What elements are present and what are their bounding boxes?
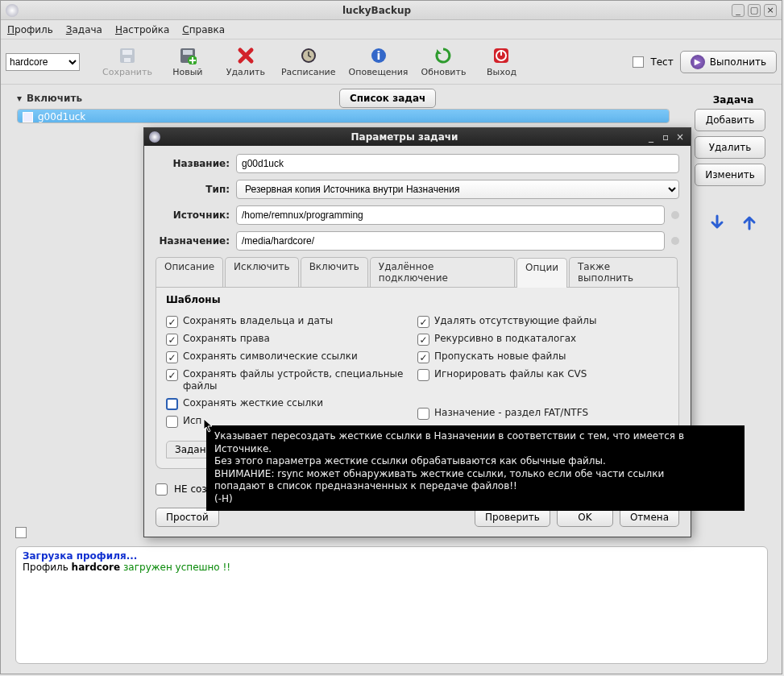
task-list[interactable]: g00d1uck — [17, 109, 670, 123]
maximize-icon[interactable]: ▢ — [748, 4, 761, 17]
delete-button[interactable]: Удалить — [223, 46, 268, 77]
chevron-down-icon: ▾ — [17, 93, 22, 104]
dst-input[interactable] — [236, 231, 665, 251]
test-checkbox[interactable] — [633, 56, 644, 68]
cb-ignore-cvs[interactable] — [417, 369, 429, 381]
cancel-button[interactable]: Отмена — [620, 508, 679, 527]
dialog-maximize-icon[interactable]: ▫ — [660, 131, 671, 143]
app-icon — [6, 4, 19, 17]
close-icon[interactable]: × — [764, 4, 777, 17]
cb-no-subdir[interactable] — [156, 483, 168, 496]
add-task-button[interactable]: Добавить — [695, 109, 765, 131]
refresh-button[interactable]: Обновить — [421, 46, 466, 77]
arrow-up-icon[interactable] — [740, 214, 758, 231]
type-select[interactable]: Резервная копия Источника внутри Назначе… — [236, 180, 679, 199]
schedule-button[interactable]: Расписание — [281, 46, 336, 77]
src-input[interactable] — [236, 205, 665, 225]
alert-icon: i — [369, 46, 388, 65]
svg-rect-12 — [500, 50, 502, 56]
menubar: Профиль Задача Настройка Справка — [1, 20, 782, 39]
menu-help[interactable]: Справка — [182, 24, 225, 35]
dialog-minimize-icon[interactable]: _ — [645, 131, 657, 143]
cb-perms[interactable] — [166, 334, 178, 346]
lbl-fat: Назначение - раздел FAT/NTFS — [434, 407, 588, 419]
lbl-skip-new: Пропускать новые файлы — [434, 350, 566, 363]
side-panel: Задача Добавить Удалить Изменить — [695, 94, 772, 231]
task-name: g00d1uck — [38, 111, 85, 122]
dialog-close-icon[interactable]: × — [674, 131, 686, 143]
minimize-icon[interactable]: _ — [732, 4, 745, 17]
save-button[interactable]: Сохранить — [102, 46, 152, 77]
test-label: Тест — [650, 56, 673, 68]
src-label: Источник: — [156, 209, 230, 221]
tabbar: Описание Исключить Включить Удалённое по… — [156, 257, 679, 288]
new-button[interactable]: Новый — [165, 46, 210, 77]
play-icon: ▶ — [691, 55, 705, 69]
type-label: Тип: — [156, 184, 230, 195]
cb-hardlinks[interactable] — [166, 398, 178, 410]
svg-rect-2 — [124, 58, 131, 62]
task-list-header[interactable]: Список задач — [339, 89, 436, 108]
lbl-owner: Сохранять владельца и даты — [183, 315, 333, 327]
ok-button[interactable]: OK — [557, 508, 613, 527]
toolbar: hardcore Сохранить Новый Удалить Расписа… — [1, 39, 782, 85]
lbl-symlinks: Сохранять символические ссылки — [183, 350, 358, 363]
run-button[interactable]: ▶ Выполнить — [680, 51, 777, 73]
tab-also-run[interactable]: Также выполнить — [569, 257, 678, 287]
cb-del-missing[interactable] — [417, 316, 429, 328]
side-title: Задача — [695, 94, 772, 106]
lbl-use: Исп — [183, 415, 201, 427]
dialog-title: Параметры задачи — [167, 131, 642, 143]
alerts-button[interactable]: i Оповещения — [349, 46, 409, 77]
check-button[interactable]: Проверить — [475, 508, 550, 527]
lbl-devices: Сохранять файлы устройств, специальные ф… — [183, 368, 417, 392]
templates-group-title: Шаблоны — [166, 294, 669, 305]
cb-skip-new[interactable] — [417, 351, 429, 363]
lbl-del-missing: Удалять отсутствующие файлы — [434, 315, 596, 327]
log-loading: Загрузка профиля... — [23, 550, 761, 562]
lbl-recursive: Рекурсивно в подкаталогах — [434, 333, 576, 345]
titlebar: luckyBackup _ ▢ × — [1, 1, 782, 20]
exit-button[interactable]: Выход — [479, 46, 524, 77]
dst-label: Назначение: — [156, 235, 230, 247]
tooltip: Указывает пересоздать жесткие ссылки в Н… — [206, 425, 745, 511]
task-row[interactable]: g00d1uck — [18, 110, 669, 123]
power-icon — [492, 46, 511, 65]
menu-profile[interactable]: Профиль — [7, 24, 53, 35]
lbl-hardlinks: Сохранять жесткие ссылки — [183, 397, 323, 409]
cb-use[interactable] — [166, 416, 178, 428]
lbl-ignore-cvs: Игнорировать файлы как CVS — [434, 368, 587, 380]
cb-owner[interactable] — [166, 316, 178, 328]
cb-recursive[interactable] — [417, 334, 429, 346]
tab-include[interactable]: Включить — [301, 257, 368, 287]
main-area: ▾ Включить Список задач g00d1uck — [1, 85, 782, 131]
bottom-checkbox[interactable] — [15, 527, 27, 538]
delete-task-button[interactable]: Удалить — [695, 136, 765, 159]
lbl-perms: Сохранять права — [183, 333, 270, 345]
simple-button[interactable]: Простой — [156, 508, 219, 527]
arrow-down-icon[interactable] — [708, 214, 726, 231]
tab-options[interactable]: Опции — [516, 258, 567, 288]
cb-devices[interactable] — [166, 369, 178, 381]
menu-settings[interactable]: Настройка — [115, 24, 169, 35]
cb-fat[interactable] — [417, 408, 429, 420]
svg-rect-1 — [122, 50, 132, 55]
include-toggle[interactable]: ▾ Включить — [17, 93, 82, 104]
cb-symlinks[interactable] — [166, 351, 178, 363]
tab-exclude[interactable]: Исключить — [225, 257, 299, 287]
src-browse-icon[interactable] — [671, 211, 679, 219]
dst-browse-icon[interactable] — [671, 237, 679, 245]
clock-icon — [299, 46, 318, 65]
menu-task[interactable]: Задача — [66, 24, 102, 35]
refresh-icon — [433, 46, 453, 65]
task-checkbox[interactable] — [23, 112, 33, 122]
tab-description[interactable]: Описание — [156, 257, 223, 287]
window-title: luckyBackup — [25, 5, 728, 16]
name-label: Название: — [156, 158, 230, 169]
svg-rect-4 — [183, 50, 193, 55]
edit-task-button[interactable]: Изменить — [695, 164, 765, 186]
tab-remote[interactable]: Удалённое подключение — [370, 257, 515, 287]
name-input[interactable] — [236, 154, 679, 173]
profile-select[interactable]: hardcore — [6, 53, 80, 71]
dialog-titlebar: Параметры задачи _ ▫ × — [144, 128, 691, 146]
